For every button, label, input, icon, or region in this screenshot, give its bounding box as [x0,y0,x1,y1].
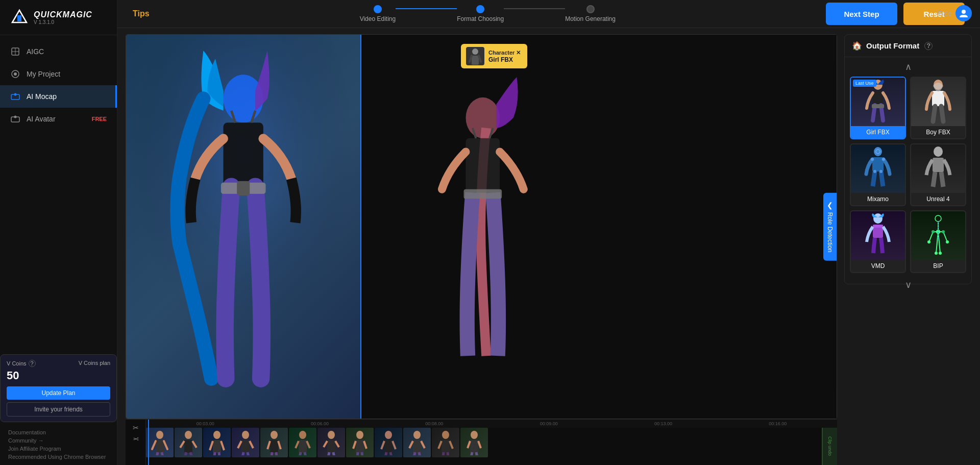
vcoins-label: V Coins ? [7,360,36,367]
format-grid: Last Use [845,75,971,275]
step-dot-motion-generating [586,5,595,13]
format-item-boy-fbx[interactable]: Boy FBX [910,77,966,139]
format-item-mixamo[interactable]: Mixamo [850,143,906,206]
svg-point-127 [927,240,930,243]
sidebar-item-aigc[interactable]: AIGC [0,40,117,63]
format-item-image-mixamo [851,144,905,193]
ruler-mark-4: 00:13.00 [606,421,720,426]
video-panel: Character ✕ Girl FBX ❮ Role Detection 00… [126,34,837,465]
step-label-motion-generating: Motion Generating [565,15,616,22]
steps-progress: Video Editing Format Choosing Motion Gen… [360,5,616,22]
svg-line-37 [180,441,184,448]
video-left-side [126,35,360,419]
svg-point-47 [242,431,249,439]
timeline-frames: Clip undo [146,428,837,458]
affiliate-link[interactable]: Join Affiliate Program [8,446,109,452]
sidebar-item-ai-avatar[interactable]: AI Avatar FREE [0,108,117,130]
svg-rect-54 [270,440,278,453]
svg-line-46 [219,452,219,455]
format-item-image-vmd [851,211,905,260]
format-item-image-boy-fbx [911,78,965,126]
svg-rect-30 [156,440,164,453]
svg-line-82 [390,452,391,455]
step-connector-2 [504,8,565,9]
svg-line-69 [328,452,329,455]
timeline-area: ✂ ✂ 00:03.00 00:06.00 00:08.00 00:09.00 … [126,419,837,465]
svg-line-75 [357,452,358,455]
svg-line-33 [157,452,158,455]
format-item-bip[interactable]: BIP [910,210,966,273]
character-popup-avatar [466,47,484,65]
svg-point-25 [472,48,478,55]
chrome-link[interactable]: Recommended Using Chrome Browser [8,454,109,460]
tips-link[interactable]: Tips [133,9,150,18]
svg-rect-48 [241,440,250,453]
svg-line-76 [362,452,362,455]
format-item-image-unreal4 [911,144,965,193]
format-item-unreal4[interactable]: Unreal 4 [910,143,966,206]
frame-thumb-7 [346,428,374,457]
frame-thumb-5 [289,428,316,457]
step-motion-generating: Motion Generating [565,5,616,22]
svg-line-43 [210,441,213,450]
role-detection-button[interactable]: ❮ Role Detection [823,193,837,261]
svg-point-95 [471,431,478,439]
svg-rect-14 [224,123,263,186]
svg-point-71 [356,431,363,439]
svg-line-97 [468,441,470,448]
svg-line-27 [470,56,472,62]
last-use-badge: Last Use [853,80,876,87]
app-name: QUICKMAGIC [34,10,92,19]
clip-undo-label: Clip undo [827,436,832,456]
video-right-content [360,35,837,419]
home-icon: 🏠 [852,41,862,51]
sidebar-item-my-project[interactable]: My Project [0,63,117,85]
cut-icon-2[interactable]: ✂ [133,435,139,443]
svg-line-39 [185,452,186,455]
format-item-label-unreal4: Unreal 4 [911,193,965,205]
frame-thumb-1 [175,428,202,457]
sidebar-item-label: AI Avatar [27,115,56,123]
format-scroll-down[interactable]: ∨ [895,278,922,291]
char-vmd-figure [851,211,905,260]
community-link[interactable]: Community → [8,437,109,444]
char-mixamo-figure [851,144,905,193]
format-item-girl-fbx[interactable]: Last Use [850,77,906,139]
next-step-button[interactable]: Next Step [826,3,897,25]
frame-thumb-8 [375,428,402,457]
svg-rect-18 [237,181,250,195]
svg-line-28 [479,56,481,62]
svg-point-65 [328,431,335,439]
content-area: Character ✕ Girl FBX ❮ Role Detection 00… [117,28,980,465]
svg-point-35 [185,431,192,439]
svg-line-92 [450,441,453,449]
cut-icon-1[interactable]: ✂ [133,424,139,432]
svg-line-63 [300,452,301,455]
user-avatar[interactable] [955,5,972,21]
role-detection-arrow: ❮ [827,201,833,209]
svg-rect-1 [17,15,21,21]
invite-friends-button[interactable]: Invite your friends [7,402,110,417]
svg-line-88 [419,452,420,455]
svg-line-67 [324,441,327,447]
sidebar-item-label: My Project [27,70,60,78]
aigc-icon [10,46,20,57]
documentation-link[interactable]: Documentation [8,429,109,435]
vcoins-amount: 50 [7,369,110,382]
format-item-vmd[interactable]: VMD [850,210,906,273]
format-scroll-up[interactable]: ∧ [895,60,922,74]
update-plan-button[interactable]: Update Plan [7,386,110,400]
main-area: Tips Video Editing Format Choosing Motio… [117,0,980,465]
sidebar-item-ai-mocap[interactable]: AI Mocap [0,85,117,108]
svg-line-56 [278,441,281,449]
svg-point-29 [156,431,163,439]
format-nav-up: ∧ [845,57,971,75]
svg-point-59 [299,431,306,439]
sidebar-navigation: AIGC My Project AI Mocap AI Avatar FREE [0,35,117,354]
format-panel-title: Output Format [866,41,919,50]
svg-line-87 [414,452,415,455]
app-version: V 1.3.1.0 [34,19,92,25]
format-help-icon[interactable]: ? [924,42,933,50]
logo-text: QUICKMAGIC V 1.3.1.0 [34,10,92,25]
svg-point-133 [942,230,945,233]
